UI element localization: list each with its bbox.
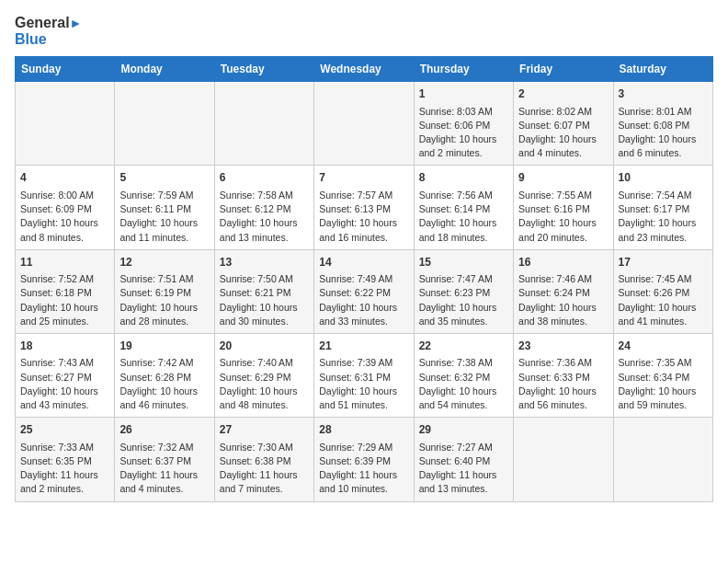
day-info: and 2 minutes. <box>419 146 508 160</box>
day-info: Sunrise: 7:42 AM <box>119 356 209 370</box>
day-number: 23 <box>518 339 608 354</box>
day-info: and 4 minutes. <box>119 482 209 496</box>
day-number: 21 <box>319 339 408 354</box>
calendar-cell: 22Sunrise: 7:38 AMSunset: 6:32 PMDayligh… <box>414 333 513 417</box>
day-info: Daylight: 11 hours <box>220 468 309 482</box>
day-info: Daylight: 10 hours <box>119 385 209 398</box>
day-info: Sunset: 6:35 PM <box>20 454 109 468</box>
day-info: and 33 minutes. <box>319 315 408 328</box>
day-info: Daylight: 10 hours <box>220 301 309 315</box>
day-info: Sunset: 6:13 PM <box>319 202 408 216</box>
day-info: Sunrise: 7:52 AM <box>20 272 109 286</box>
day-number: 20 <box>220 339 309 354</box>
day-info: and 2 minutes. <box>20 482 109 496</box>
calendar-cell: 13Sunrise: 7:50 AMSunset: 6:21 PMDayligh… <box>214 249 313 333</box>
day-info: Sunset: 6:29 PM <box>220 371 309 385</box>
day-info: Daylight: 11 hours <box>319 468 408 482</box>
day-info: Sunset: 6:37 PM <box>119 454 209 468</box>
day-info: and 7 minutes. <box>220 482 309 496</box>
day-info: Sunrise: 8:03 AM <box>419 105 508 119</box>
day-info: Sunrise: 7:59 AM <box>119 189 209 202</box>
day-info: Sunset: 6:31 PM <box>319 371 408 385</box>
day-info: and 56 minutes. <box>518 398 608 412</box>
day-number: 14 <box>319 255 408 270</box>
day-info: Daylight: 10 hours <box>20 385 109 398</box>
day-info: and 20 minutes. <box>518 231 608 245</box>
day-info: and 10 minutes. <box>319 482 408 496</box>
logo: General► Blue <box>15 15 82 47</box>
calendar-cell: 8Sunrise: 7:56 AMSunset: 6:14 PMDaylight… <box>414 166 513 249</box>
calendar-cell <box>16 82 115 166</box>
day-info: Sunrise: 8:01 AM <box>619 105 708 119</box>
day-info: Sunset: 6:21 PM <box>220 286 309 300</box>
day-number: 18 <box>20 339 109 354</box>
weekday-header-saturday: Saturday <box>613 57 712 82</box>
day-number: 5 <box>119 170 209 186</box>
day-info: Sunrise: 8:02 AM <box>518 105 608 119</box>
day-info: Daylight: 10 hours <box>518 132 608 146</box>
day-number: 22 <box>419 339 508 354</box>
day-info: Daylight: 10 hours <box>619 132 708 146</box>
calendar-cell: 17Sunrise: 7:45 AMSunset: 6:26 PMDayligh… <box>613 249 712 333</box>
calendar-table: SundayMondayTuesdayWednesdayThursdayFrid… <box>15 56 713 501</box>
day-info: Sunset: 6:27 PM <box>20 371 109 385</box>
day-info: Daylight: 11 hours <box>119 468 209 482</box>
day-info: and 48 minutes. <box>220 398 309 412</box>
day-info: Sunset: 6:39 PM <box>319 454 408 468</box>
day-info: Sunrise: 7:56 AM <box>419 189 508 202</box>
calendar-cell: 4Sunrise: 8:00 AMSunset: 6:09 PMDaylight… <box>16 166 115 249</box>
weekday-header-monday: Monday <box>115 57 214 82</box>
day-info: Daylight: 10 hours <box>319 216 408 230</box>
day-info: Sunrise: 8:00 AM <box>20 189 109 202</box>
calendar-cell: 20Sunrise: 7:40 AMSunset: 6:29 PMDayligh… <box>214 333 313 417</box>
day-info: Sunset: 6:40 PM <box>419 454 508 468</box>
day-info: Daylight: 10 hours <box>518 385 608 398</box>
day-info: and 11 minutes. <box>119 231 209 245</box>
day-info: Sunset: 6:12 PM <box>220 202 309 216</box>
calendar-cell: 11Sunrise: 7:52 AMSunset: 6:18 PMDayligh… <box>16 249 115 333</box>
day-info: Daylight: 10 hours <box>419 132 508 146</box>
calendar-cell: 3Sunrise: 8:01 AMSunset: 6:08 PMDaylight… <box>613 82 712 166</box>
day-number: 15 <box>419 255 508 270</box>
day-info: Daylight: 10 hours <box>220 385 309 398</box>
calendar-cell: 1Sunrise: 8:03 AMSunset: 6:06 PMDaylight… <box>414 82 513 166</box>
day-info: Sunrise: 7:39 AM <box>319 356 408 370</box>
day-info: Sunrise: 7:45 AM <box>619 272 708 286</box>
day-number: 16 <box>518 255 608 270</box>
day-number: 28 <box>319 422 408 438</box>
logo-general: General► <box>15 15 82 31</box>
day-info: and 28 minutes. <box>119 315 209 328</box>
day-info: Daylight: 10 hours <box>619 301 708 315</box>
day-info: and 59 minutes. <box>619 398 708 412</box>
calendar-cell: 10Sunrise: 7:54 AMSunset: 6:17 PMDayligh… <box>613 166 712 249</box>
calendar-cell: 19Sunrise: 7:42 AMSunset: 6:28 PMDayligh… <box>115 333 214 417</box>
day-info: Sunset: 6:11 PM <box>119 202 209 216</box>
day-info: Daylight: 10 hours <box>419 216 508 230</box>
day-info: Sunset: 6:22 PM <box>319 286 408 300</box>
calendar-cell: 28Sunrise: 7:29 AMSunset: 6:39 PMDayligh… <box>314 418 414 501</box>
day-info: and 35 minutes. <box>419 315 508 328</box>
weekday-header-tuesday: Tuesday <box>214 57 313 82</box>
day-info: Daylight: 10 hours <box>119 301 209 315</box>
calendar-cell: 29Sunrise: 7:27 AMSunset: 6:40 PMDayligh… <box>414 418 513 501</box>
logo-blue: Blue <box>15 31 82 48</box>
day-info: Sunrise: 7:51 AM <box>119 272 209 286</box>
calendar-cell <box>115 82 214 166</box>
day-info: Sunrise: 7:46 AM <box>518 272 608 286</box>
day-info: Sunrise: 7:49 AM <box>319 272 408 286</box>
day-info: and 41 minutes. <box>619 315 708 328</box>
day-info: Sunrise: 7:55 AM <box>518 189 608 202</box>
day-info: Sunrise: 7:32 AM <box>119 441 209 454</box>
day-number: 29 <box>419 422 508 438</box>
day-number: 12 <box>119 255 209 270</box>
page-header: General► Blue <box>15 15 713 47</box>
calendar-week-1: 1Sunrise: 8:03 AMSunset: 6:06 PMDaylight… <box>16 82 713 166</box>
calendar-cell: 2Sunrise: 8:02 AMSunset: 6:07 PMDaylight… <box>514 82 613 166</box>
calendar-cell: 23Sunrise: 7:36 AMSunset: 6:33 PMDayligh… <box>514 333 613 417</box>
day-number: 19 <box>119 339 209 354</box>
day-info: Sunrise: 7:38 AM <box>419 356 508 370</box>
day-info: Sunset: 6:08 PM <box>619 119 708 132</box>
day-number: 3 <box>619 86 708 102</box>
day-info: Sunrise: 7:54 AM <box>619 189 708 202</box>
day-info: Daylight: 10 hours <box>319 385 408 398</box>
